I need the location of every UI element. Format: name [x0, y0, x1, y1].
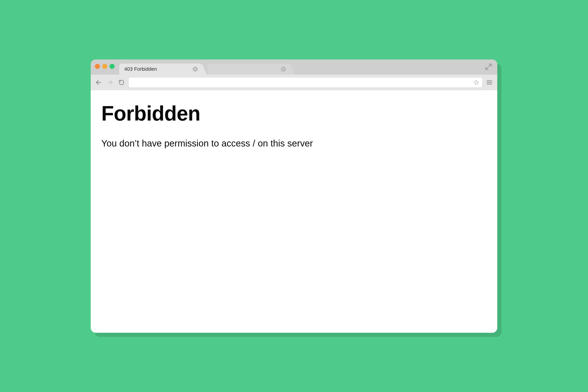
arrow-right-icon [107, 79, 113, 86]
reload-button[interactable] [117, 78, 126, 86]
address-bar[interactable] [129, 78, 482, 87]
back-button[interactable] [94, 78, 103, 86]
menu-button[interactable] [485, 78, 494, 86]
tab-close-button[interactable] [193, 66, 198, 72]
browser-window: 403 Forbidden [91, 60, 497, 333]
expand-icon [485, 63, 492, 70]
fullscreen-button[interactable] [484, 62, 493, 72]
address-input[interactable] [131, 80, 473, 85]
maximize-window-button[interactable] [110, 64, 114, 69]
error-heading: Forbidden [101, 102, 487, 126]
close-icon [282, 68, 284, 70]
tab-close-button[interactable] [281, 66, 286, 72]
tab-bar: 403 Forbidden [91, 60, 497, 75]
close-icon [194, 68, 196, 70]
page-content: Forbidden You don’t have permission to a… [91, 90, 497, 333]
tab-active[interactable]: 403 Forbidden [119, 64, 202, 75]
window-controls [95, 64, 114, 69]
close-window-button[interactable] [95, 64, 100, 69]
bookmark-button[interactable] [473, 79, 480, 86]
star-icon [474, 80, 479, 85]
reload-icon [118, 80, 124, 86]
forward-button[interactable] [106, 78, 114, 86]
toolbar [91, 75, 497, 90]
tab-inactive[interactable] [208, 64, 290, 75]
hamburger-icon [486, 79, 493, 86]
minimize-window-button[interactable] [102, 64, 107, 69]
arrow-left-icon [95, 79, 102, 86]
tab-title: 403 Forbidden [124, 66, 193, 72]
error-message: You don’t have permission to access / on… [101, 138, 487, 148]
